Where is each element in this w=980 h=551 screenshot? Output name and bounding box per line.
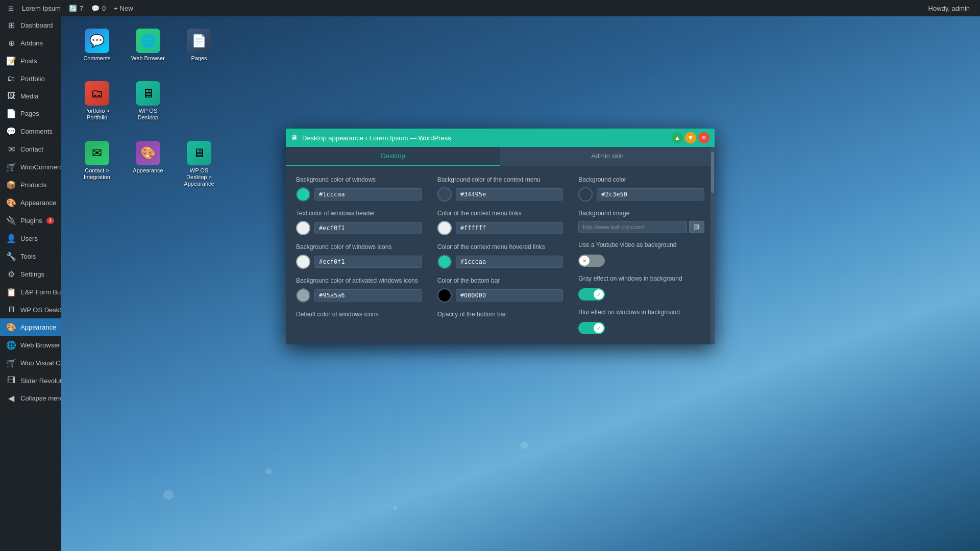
sidebar-item-media[interactable]: 🖼 Media bbox=[0, 87, 61, 105]
modal-window: 🖥 Desktop appearance ‹ Lorem Ipsum — Wor… bbox=[286, 129, 715, 344]
desktop-icon-wpos-appearance[interactable]: 🖥 WP OS Desktop >Appearance bbox=[179, 139, 219, 190]
bg-windows-row bbox=[296, 187, 422, 202]
gray-effect-label: Gray effect on windows in background bbox=[578, 275, 704, 282]
context-links-input[interactable] bbox=[456, 222, 564, 234]
modal-maximize-button[interactable]: ▲ bbox=[672, 132, 683, 143]
context-hovered-input[interactable] bbox=[456, 256, 564, 268]
sidebar-item-plugins[interactable]: 🔌 Plugins 4 bbox=[0, 212, 61, 230]
setting-context-links: Color of the context menu links bbox=[437, 210, 564, 235]
youtube-label: Use a Youtube video as background bbox=[578, 241, 704, 248]
sidebar-item-users[interactable]: 👤 Users bbox=[0, 230, 61, 247]
tools-icon: 🔧 bbox=[6, 252, 16, 261]
contact-desktop-icon: ✉ bbox=[85, 141, 109, 165]
bg-active-icons-circle[interactable] bbox=[296, 288, 310, 303]
bg-color-input[interactable] bbox=[597, 188, 704, 201]
sidebar-item-slider[interactable]: 🎞 Slider Revolution bbox=[0, 372, 61, 389]
portfolio-desktop-label: Portfolio >Portfolio bbox=[84, 108, 110, 121]
sidebar-item-woocommerce[interactable]: 🛒 WooCommerce bbox=[0, 158, 61, 176]
desktop-icon-wpos[interactable]: 🖥 WP OS Desktop bbox=[128, 79, 168, 123]
sidebar-item-settings[interactable]: ⚙ Settings bbox=[0, 265, 61, 283]
gray-effect-toggle-row: ✓ bbox=[578, 288, 704, 300]
adminbar-comments[interactable]: 💬 0 bbox=[87, 0, 110, 16]
sidebar-item-comments[interactable]: 💬 Comments bbox=[0, 122, 61, 140]
desktop-icon-appearance[interactable]: 🎨 Appearance bbox=[128, 139, 168, 190]
bg-icons-row bbox=[296, 255, 422, 269]
bg-active-icons-input[interactable] bbox=[314, 289, 422, 302]
setting-bg-context: Background color of the context menu bbox=[437, 176, 564, 202]
woo-visual-icon: 🛒 bbox=[6, 358, 16, 368]
context-hovered-circle[interactable] bbox=[437, 255, 452, 269]
bg-color-circle[interactable] bbox=[578, 187, 593, 202]
sidebar-item-wpos[interactable]: 🖥 WP OS Desktop bbox=[0, 301, 61, 318]
modal-minimize-button[interactable]: ▼ bbox=[685, 132, 696, 143]
sidebar-item-addons[interactable]: ⊕ Addons bbox=[0, 34, 61, 52]
context-links-circle[interactable] bbox=[437, 221, 452, 235]
bg-context-circle[interactable] bbox=[437, 187, 452, 202]
setting-bottom-opacity: Opacity of the bottom bar bbox=[437, 311, 564, 318]
desktop-icon-comments[interactable]: 💬 Comments bbox=[77, 27, 117, 64]
modal-scrollbar[interactable] bbox=[710, 147, 715, 344]
sidebar-item-pages[interactable]: 📄 Pages bbox=[0, 105, 61, 122]
sidebar-item-dashboard[interactable]: ⊞ Dashboard bbox=[0, 16, 61, 34]
tab-desktop[interactable]: Desktop bbox=[286, 147, 500, 166]
modal-controls: ▲ ▼ ✕ bbox=[672, 132, 709, 143]
modal-close-button[interactable]: ✕ bbox=[698, 132, 709, 143]
sidebar-collapse[interactable]: ◀ Collapse menu bbox=[0, 389, 61, 407]
desktop-icon-pages[interactable]: 📄 Pages bbox=[179, 27, 219, 64]
setting-bg-image: Background image 🖼 bbox=[578, 210, 704, 233]
posts-icon: 📝 bbox=[6, 56, 16, 66]
adminbar-site[interactable]: Lorem Ipsum bbox=[18, 0, 65, 16]
comments-desktop-label: Comments bbox=[83, 55, 110, 62]
web-browser-desktop-icon: 🌐 bbox=[136, 29, 160, 53]
addons-icon: ⊕ bbox=[6, 38, 16, 48]
bg-icons-circle[interactable] bbox=[296, 255, 310, 269]
sidebar-item-web-browser[interactable]: 🌐 Web Browser bbox=[0, 336, 61, 354]
bottom-bar-row bbox=[437, 288, 564, 303]
appearance-icon: 🎨 bbox=[6, 198, 16, 208]
youtube-toggle[interactable]: ✕ bbox=[578, 255, 605, 267]
desktop-icon-portfolio[interactable]: 🗂 Portfolio >Portfolio bbox=[77, 79, 117, 123]
context-links-label: Color of the context menu links bbox=[437, 210, 564, 217]
bg-context-input[interactable] bbox=[456, 188, 564, 201]
bg-icons-input[interactable] bbox=[314, 256, 422, 268]
sidebar-item-posts[interactable]: 📝 Posts bbox=[0, 52, 61, 70]
setting-context-hovered: Color of the context menu hovered links bbox=[437, 243, 564, 269]
adminbar-updates[interactable]: 🔄 7 bbox=[65, 0, 87, 16]
modal-body: Background color of windows Text color o… bbox=[286, 166, 715, 344]
bg-windows-input[interactable] bbox=[314, 188, 422, 201]
sidebar-item-wpos-appearance[interactable]: 🎨 Appearance bbox=[0, 318, 61, 336]
sidebar-item-tools[interactable]: 🔧 Tools bbox=[0, 247, 61, 265]
tab-admin-skin[interactable]: Admin skin bbox=[500, 147, 715, 166]
adminbar-new[interactable]: + New bbox=[110, 0, 137, 16]
blur-effect-toggle[interactable]: ✓ bbox=[578, 322, 605, 334]
sidebar-item-contact[interactable]: ✉ Contact bbox=[0, 140, 61, 158]
desktop-icon-web-browser[interactable]: 🌐 Web Browser bbox=[128, 27, 168, 64]
media-icon: 🖼 bbox=[6, 91, 16, 101]
setting-bg-windows: Background color of windows bbox=[296, 176, 422, 202]
portfolio-icon: 🗂 bbox=[6, 74, 16, 83]
bg-image-browse-button[interactable]: 🖼 bbox=[689, 221, 704, 233]
pages-desktop-label: Pages bbox=[191, 55, 207, 62]
context-links-row bbox=[437, 221, 564, 235]
sidebar-item-portfolio[interactable]: 🗂 Portfolio bbox=[0, 70, 61, 87]
sidebar-item-products[interactable]: 📦 Products bbox=[0, 176, 61, 194]
setting-text-header: Text color of windows header bbox=[296, 210, 422, 235]
text-header-input[interactable] bbox=[314, 222, 422, 234]
bg-image-input[interactable] bbox=[578, 221, 687, 233]
adminbar-logo[interactable]: ⊞ bbox=[4, 0, 18, 16]
contact-icon: ✉ bbox=[6, 144, 16, 154]
sidebar-item-woo-visual[interactable]: 🛒 Woo Visual Cart bbox=[0, 354, 61, 372]
bottom-bar-input[interactable] bbox=[456, 289, 564, 302]
comments-icon: 💬 bbox=[91, 5, 100, 12]
bottom-bar-circle[interactable] bbox=[437, 288, 452, 303]
sidebar-item-epb[interactable]: 📋 E&P Form Builder bbox=[0, 283, 61, 301]
desktop-icon-contact[interactable]: ✉ Contact >Integration bbox=[77, 139, 117, 190]
pages-desktop-icon: 📄 bbox=[187, 29, 211, 53]
gray-effect-toggle[interactable]: ✓ bbox=[578, 288, 605, 300]
bg-windows-circle[interactable] bbox=[296, 187, 310, 202]
text-header-circle[interactable] bbox=[296, 221, 310, 235]
sidebar-item-appearance[interactable]: 🎨 Appearance bbox=[0, 194, 61, 212]
modal-titlebar: 🖥 Desktop appearance ‹ Lorem Ipsum — Wor… bbox=[286, 129, 715, 147]
modal-title: Desktop appearance ‹ Lorem Ipsum — WordP… bbox=[302, 134, 668, 142]
context-hovered-label: Color of the context menu hovered links bbox=[437, 243, 564, 251]
